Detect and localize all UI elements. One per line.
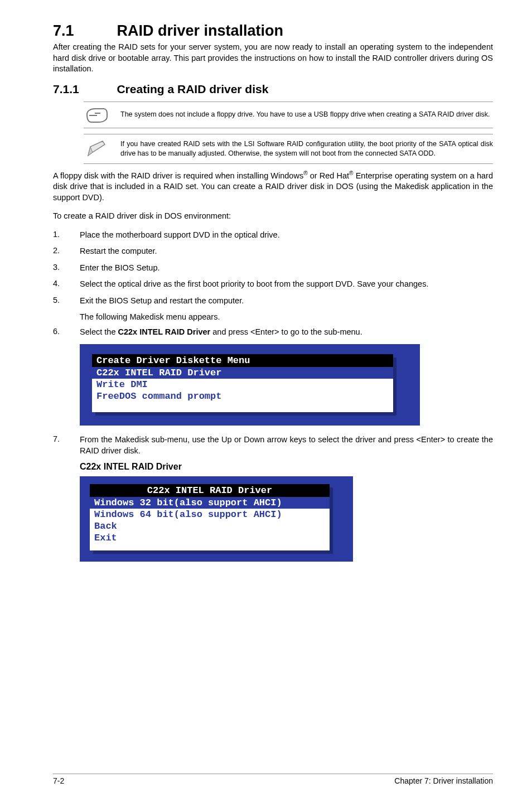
menu-item: Write DMI xyxy=(92,379,393,390)
submenu-heading: C22x INTEL RAID Driver xyxy=(80,462,493,472)
shadow-decoration xyxy=(393,357,396,416)
step-number: 6. xyxy=(53,327,64,338)
shadow-decoration xyxy=(93,550,333,554)
para-segment: or Red Hat xyxy=(308,171,349,180)
step6-bold: C22x INTEL RAID Driver xyxy=(118,327,211,336)
step-number: 1. xyxy=(53,230,64,241)
menu-panel: Create Driver Diskette Menu C22x INTEL R… xyxy=(92,354,393,412)
menu-padding xyxy=(90,544,330,550)
menu-title: C22x INTEL RAID Driver xyxy=(90,484,330,497)
menu-item: Windows 64 bit(also support AHCI) xyxy=(90,509,330,520)
menu-panel: C22x INTEL RAID Driver Windows 32 bit(al… xyxy=(90,484,330,550)
step-number: 7. xyxy=(53,434,64,456)
step-text: Select the optical drive as the first bo… xyxy=(80,279,493,290)
list-item: 5. Exit the BIOS Setup and restart the c… xyxy=(53,296,493,307)
pencil-note-icon xyxy=(84,139,110,159)
chapter-label: Chapter 7: Driver installation xyxy=(394,776,493,785)
menu-item-selected: C22x INTEL RAID Driver xyxy=(92,367,393,379)
page-footer: 7-2 Chapter 7: Driver installation xyxy=(53,774,493,785)
note-text-1: The system does not include a floppy dri… xyxy=(120,110,493,119)
shadow-decoration xyxy=(330,487,333,554)
makedisk-menu-screenshot: Create Driver Diskette Menu C22x INTEL R… xyxy=(80,344,420,426)
section-title: RAID driver installation xyxy=(117,22,283,39)
step-text: Enter the BIOS Setup. xyxy=(80,263,493,274)
list-item: 6. Select the C22x INTEL RAID Driver and… xyxy=(53,327,493,338)
paragraph-env: To create a RAID driver disk in DOS envi… xyxy=(53,211,493,222)
subsection-title: Creating a RAID driver disk xyxy=(117,83,268,95)
menu-title: Create Driver Diskette Menu xyxy=(92,354,393,367)
step-number: 2. xyxy=(53,246,64,257)
note-text-2: If you have created RAID sets with the L… xyxy=(120,139,493,158)
registered-mark: ® xyxy=(349,170,353,176)
list-item: 2. Restart the computer. xyxy=(53,246,493,257)
step6-post: and press <Enter> to go to the sub-menu. xyxy=(210,327,362,336)
step-number: 4. xyxy=(53,279,64,290)
ordered-steps: 1. Place the motherboard support DVD in … xyxy=(53,230,493,337)
note-block-1: The system does not include a floppy dri… xyxy=(84,102,493,128)
step-text: Restart the computer. xyxy=(80,246,493,257)
list-item: 4. Select the optical drive as the first… xyxy=(53,279,493,290)
step-number: 3. xyxy=(53,263,64,274)
menu-item: Back xyxy=(90,520,330,532)
para-segment: A floppy disk with the RAID driver is re… xyxy=(53,171,303,180)
step-text: Exit the BIOS Setup and restart the comp… xyxy=(80,296,493,307)
menu-item: Exit xyxy=(90,532,330,544)
step-subtext: The following Makedisk menu appears. xyxy=(80,312,493,321)
page-number: 7-2 xyxy=(53,776,64,785)
note-block-2: If you have created RAID sets with the L… xyxy=(84,134,493,164)
raid-driver-submenu-screenshot: C22x INTEL RAID Driver Windows 32 bit(al… xyxy=(80,476,353,562)
subsection-number: 7.1.1 xyxy=(53,83,114,96)
section-intro: After creating the RAID sets for your se… xyxy=(53,42,493,75)
pointing-hand-icon xyxy=(84,107,110,123)
registered-mark: ® xyxy=(303,170,307,176)
paragraph-after-notes: A floppy disk with the RAID driver is re… xyxy=(53,170,493,204)
section-heading: 7.1 RAID driver installation xyxy=(53,22,493,40)
step-number: 5. xyxy=(53,296,64,307)
shadow-decoration xyxy=(95,412,396,416)
menu-padding xyxy=(92,402,393,412)
step-text: Place the motherboard support DVD in the… xyxy=(80,230,493,241)
section-number: 7.1 xyxy=(53,22,114,40)
step-text: Select the C22x INTEL RAID Driver and pr… xyxy=(80,327,493,338)
subsection-heading: 7.1.1 Creating a RAID driver disk xyxy=(53,83,493,96)
ordered-steps-cont: 7. From the Makedisk sub-menu, use the U… xyxy=(53,434,493,456)
list-item: 3. Enter the BIOS Setup. xyxy=(53,263,493,274)
step6-pre: Select the xyxy=(80,327,118,336)
list-item: 7. From the Makedisk sub-menu, use the U… xyxy=(53,434,493,456)
menu-item: FreeDOS command prompt xyxy=(92,390,393,402)
step-text: From the Makedisk sub-menu, use the Up o… xyxy=(80,434,493,456)
list-item: 1. Place the motherboard support DVD in … xyxy=(53,230,493,241)
menu-item-selected: Windows 32 bit(also support AHCI) xyxy=(90,497,330,509)
